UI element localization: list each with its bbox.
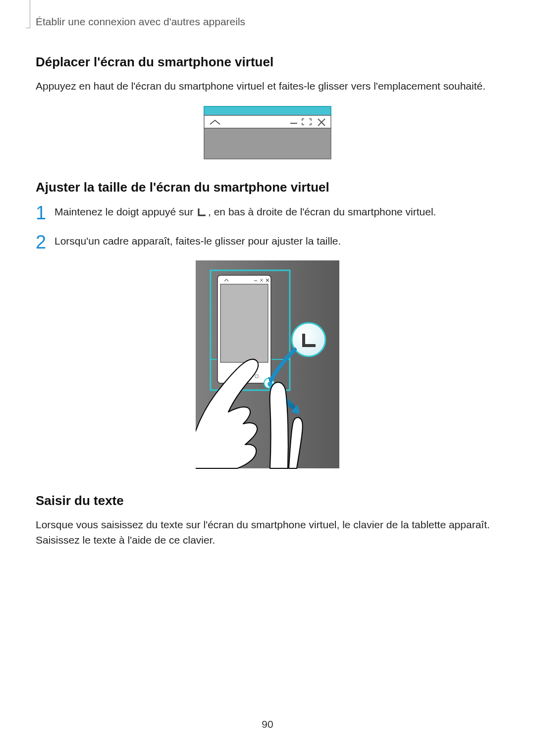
figure-window-titlebar	[203, 105, 332, 160]
svg-rect-10	[220, 284, 268, 362]
svg-rect-5	[204, 128, 331, 159]
figure-resize-gesture	[196, 260, 339, 473]
svg-point-22	[292, 323, 325, 356]
svg-rect-0	[204, 106, 331, 115]
heading-resize-screen: Ajuster la taille de l'écran du smartpho…	[36, 180, 499, 195]
svg-rect-1	[204, 115, 331, 128]
heading-enter-text: Saisir du texte	[36, 493, 499, 508]
page-tab-decoration	[26, 0, 30, 28]
resize-corner-icon	[197, 205, 207, 221]
paragraph-move-screen: Appuyez en haut de l'écran du smartphone…	[36, 79, 499, 94]
step-1-text-pre: Maintenez le doigt appuyé sur	[54, 206, 196, 217]
breadcrumb: Établir une connexion avec d'autres appa…	[36, 16, 245, 28]
step-1: Maintenez le doigt appuyé sur , en bas à…	[36, 204, 499, 221]
heading-move-screen: Déplacer l'écran du smartphone virtuel	[36, 54, 499, 70]
page-number: 90	[0, 718, 535, 730]
paragraph-enter-text: Lorsque vous saisissez du texte sur l'éc…	[36, 517, 499, 548]
step-1-text-post: , en bas à droite de l'écran du smartpho…	[208, 206, 436, 217]
step-2: Lorsqu'un cadre apparaît, faites-le glis…	[36, 233, 499, 249]
